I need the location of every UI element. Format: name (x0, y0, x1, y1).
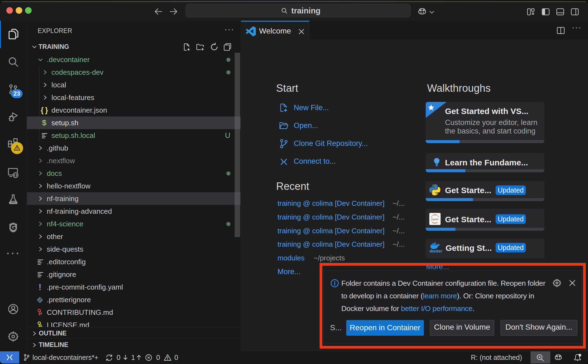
svg-text:jupyter: jupyter (431, 218, 439, 221)
